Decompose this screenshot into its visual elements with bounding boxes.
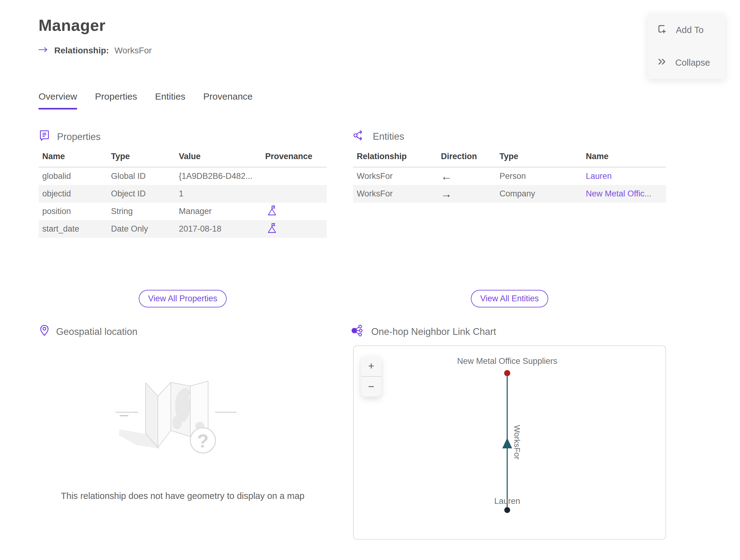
column-header: Type <box>499 152 586 161</box>
table-row: WorksFor → Company New Metal Offic... <box>353 185 666 203</box>
property-type: Date Only <box>111 224 179 234</box>
breadcrumb: Relationship: WorksFor <box>37 45 152 56</box>
relationship-arrow-icon <box>37 45 49 56</box>
person-node[interactable] <box>504 507 510 513</box>
table-row: position String Manager <box>38 203 327 220</box>
subtitle-label: Relationship: <box>54 45 109 56</box>
edge-arrowhead <box>502 438 512 448</box>
entity-relationship: WorksFor <box>353 172 441 181</box>
zoom-out-button[interactable]: − <box>361 377 381 397</box>
provenance-flag-icon[interactable] <box>267 204 277 218</box>
entity-type: Company <box>499 189 586 199</box>
column-header: Value <box>179 152 265 161</box>
property-name: globalid <box>38 172 111 181</box>
property-value: Manager <box>179 207 265 216</box>
table-row: WorksFor ← Person Lauren <box>353 168 666 185</box>
tab-properties[interactable]: Properties <box>95 91 137 109</box>
property-type: Global ID <box>111 172 179 181</box>
top-node-label: New Metal Office Suppliers <box>457 357 557 366</box>
collapse-label: Collapse <box>675 58 710 68</box>
property-value: {1A9DB2B6-D482... <box>179 172 265 181</box>
entities-icon <box>353 129 366 144</box>
direction-arrow-right-icon: → <box>441 187 499 200</box>
properties-button-row: View All Properties <box>38 290 327 307</box>
property-value: 1 <box>179 189 265 199</box>
add-to-button[interactable]: Add To <box>648 14 725 46</box>
svg-text:?: ? <box>197 430 209 452</box>
company-node[interactable] <box>504 370 510 376</box>
view-all-properties-button[interactable]: View All Properties <box>139 290 226 307</box>
entity-relationship: WorksFor <box>353 189 441 199</box>
column-header: Name <box>586 152 666 161</box>
property-name: objectid <box>38 189 111 199</box>
entities-table-header: Relationship Direction Type Name <box>353 152 666 168</box>
no-geometry-message: This relationship does not have geometry… <box>38 491 327 501</box>
direction-arrow-left-icon: ← <box>441 170 499 183</box>
subtitle-value: WorksFor <box>114 45 152 56</box>
bottom-node-label: Lauren <box>494 496 520 506</box>
entities-button-row: View All Entities <box>353 290 666 307</box>
double-chevron-right-icon <box>657 57 667 69</box>
view-all-entities-button[interactable]: View All Entities <box>471 290 548 307</box>
column-header: Direction <box>441 152 499 161</box>
link-chart-icon <box>352 324 364 339</box>
link-chart-section-header: One-hop Neighbor Link Chart <box>352 324 496 339</box>
entities-section-title: Entities <box>373 131 404 142</box>
action-panel: Add To Collapse <box>648 14 725 79</box>
entities-section-header: Entities <box>353 129 404 144</box>
tab-overview[interactable]: Overview <box>38 91 77 109</box>
geospatial-section-header: Geospatial location <box>39 324 137 339</box>
column-header: Relationship <box>353 152 441 161</box>
table-row: globalid Global ID {1A9DB2B6-D482... <box>38 168 327 185</box>
property-name: position <box>38 207 111 216</box>
tab-entities[interactable]: Entities <box>155 91 185 109</box>
provenance-flag-icon[interactable] <box>267 222 277 236</box>
geospatial-section-title: Geospatial location <box>56 326 137 337</box>
table-row: start_date Date Only 2017-08-18 <box>38 220 327 238</box>
entity-name-link[interactable]: New Metal Offic... <box>586 189 666 199</box>
map-placeholder-illustration: ? <box>102 363 274 482</box>
table-row: objectid Object ID 1 <box>38 185 327 203</box>
link-chart-section-title: One-hop Neighbor Link Chart <box>371 326 496 337</box>
zoom-control: + − <box>361 356 381 396</box>
properties-table-header: Name Type Value Provenance <box>38 152 327 168</box>
property-type: String <box>111 207 179 216</box>
add-to-icon <box>657 24 668 36</box>
properties-table: Name Type Value Provenance globalid Glob… <box>38 152 327 238</box>
property-value: 2017-08-18 <box>179 224 265 234</box>
page-title: Manager <box>38 16 105 34</box>
column-header: Name <box>38 152 111 161</box>
tab-bar: Overview Properties Entities Provenance <box>38 91 253 109</box>
property-name: start_date <box>38 224 111 234</box>
entities-table: Relationship Direction Type Name WorksFo… <box>353 152 666 203</box>
edge-label: WorksFor <box>513 425 522 460</box>
properties-icon <box>38 129 50 144</box>
relationship-detail-panel: Manager Relationship: WorksFor Add To <box>0 0 740 560</box>
column-header: Type <box>111 152 179 161</box>
tab-provenance[interactable]: Provenance <box>203 91 253 109</box>
map-pin-icon <box>39 324 49 339</box>
column-header: Provenance <box>265 152 327 161</box>
collapse-button[interactable]: Collapse <box>648 46 725 79</box>
properties-section-title: Properties <box>57 131 100 143</box>
add-to-label: Add To <box>676 25 704 35</box>
property-provenance <box>265 204 327 218</box>
link-chart-graph: WorksFor New Metal Office Suppliers Laur… <box>354 346 665 539</box>
properties-section-header: Properties <box>38 129 100 144</box>
link-chart-canvas: WorksFor New Metal Office Suppliers Laur… <box>353 345 666 540</box>
zoom-in-button[interactable]: + <box>361 356 381 377</box>
entity-type: Person <box>499 172 586 181</box>
property-provenance <box>265 222 327 236</box>
property-type: Object ID <box>111 189 179 199</box>
entity-name-link[interactable]: Lauren <box>586 172 666 181</box>
